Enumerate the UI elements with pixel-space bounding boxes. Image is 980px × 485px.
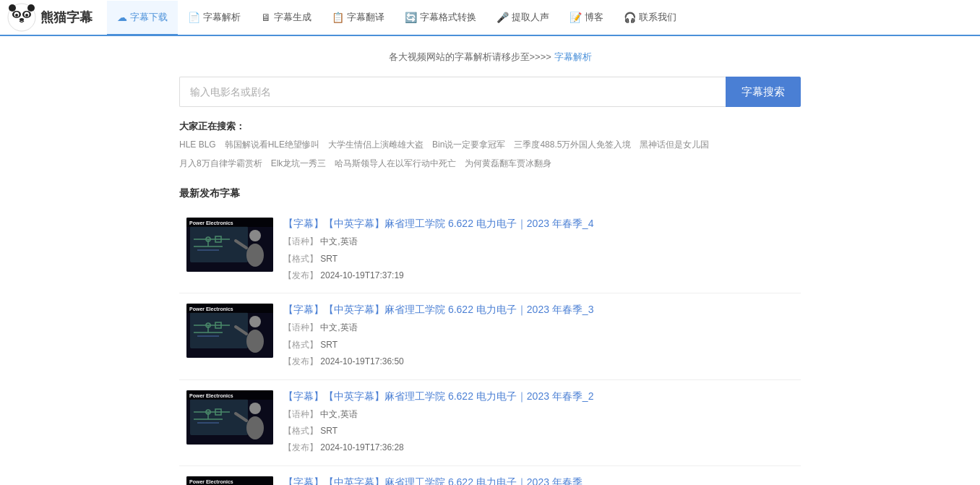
nav-item-blog[interactable]: 📝 博客 — [559, 1, 614, 35]
contact-icon: 🎧 — [624, 12, 636, 23]
svg-point-9 — [9, 4, 16, 12]
logo-icon — [7, 3, 36, 32]
date-row: 【发布】 2024-10-19T17:36:28 — [283, 440, 794, 455]
trending-tag[interactable]: 哈马斯领导人在以军行动中死亡 — [335, 156, 456, 172]
main-content: 各大视频网站的字幕解析请移步至>>>> 字幕解析 字幕搜索 大家正在搜索： HL… — [165, 36, 815, 485]
nav-label-contact: 联系我们 — [639, 11, 676, 24]
format-value: SRT — [320, 426, 338, 436]
subtitle-link[interactable]: 【字幕】【中英字幕】麻省理工学院 6.622 电力电子｜2023 年春季_3 — [283, 304, 593, 315]
nav: ☁ 字幕下载 📄 字幕解析 🖥 字幕生成 📋 字幕翻译 🔄 字幕格式转换 🎤 提… — [107, 0, 687, 35]
nav-label-generate: 字幕生成 — [274, 11, 311, 24]
list-item[interactable]: Power Electronics 【字幕】【中英字幕】麻省理工学院 6.622… — [179, 207, 801, 293]
subtitle-info: 【字幕】【中英字幕】麻省理工学院 6.622 电力电子｜2023 年春季 【语种… — [283, 476, 794, 485]
header: 熊猫字幕 ☁ 字幕下载 📄 字幕解析 🖥 字幕生成 📋 字幕翻译 🔄 字幕格式转… — [0, 0, 980, 36]
nav-label-convert: 字幕格式转换 — [420, 11, 476, 24]
subtitle-info: 【字幕】【中英字幕】麻省理工学院 6.622 电力电子｜2023 年春季_3 【… — [283, 304, 794, 369]
subtitle-title[interactable]: 【字幕】【中英字幕】麻省理工学院 6.622 电力电子｜2023 年春季_2 — [283, 390, 794, 403]
announcement: 各大视频网站的字幕解析请移步至>>>> 字幕解析 — [179, 51, 801, 64]
nav-label-blog: 博客 — [585, 11, 603, 24]
nav-item-generate[interactable]: 🖥 字幕生成 — [251, 1, 322, 35]
subtitle-list: Power Electronics 【字幕】【中英字幕】麻省理工学院 6.622… — [179, 207, 801, 485]
nav-item-analyze[interactable]: 📄 字幕解析 — [178, 1, 251, 35]
svg-point-7 — [25, 14, 28, 17]
logo[interactable]: 熊猫字幕 — [7, 3, 93, 32]
svg-point-20 — [246, 244, 264, 267]
trending-tag[interactable]: 黑神话但是女儿国 — [640, 137, 709, 153]
format-row: 【格式】 SRT — [283, 252, 794, 266]
language-row: 【语种】 中文,英语 — [283, 407, 794, 421]
trending-label: 大家正在搜索： — [179, 120, 801, 133]
svg-text:Power Electronics: Power Electronics — [189, 479, 233, 484]
generate-icon: 🖥 — [261, 12, 271, 23]
format-row: 【格式】 SRT — [283, 424, 794, 438]
trending-tag[interactable]: HLE BLG — [179, 137, 216, 153]
format-value: SRT — [320, 254, 338, 264]
language-value: 中文,英语 — [320, 236, 357, 246]
format-label: 【格式】 — [283, 340, 318, 350]
nav-item-contact[interactable]: 🎧 联系我们 — [614, 1, 687, 35]
format-value: SRT — [320, 340, 338, 350]
translate-icon: 📋 — [332, 12, 344, 23]
language-label: 【语种】 — [283, 409, 318, 419]
trending-tag[interactable]: 为何黄磊翻车贾冰翻身 — [465, 156, 551, 172]
download-icon: ☁ — [117, 12, 127, 23]
svg-point-8 — [20, 18, 24, 21]
date-label: 【发布】 — [283, 270, 318, 280]
nav-item-download[interactable]: ☁ 字幕下载 — [107, 1, 178, 35]
subtitle-title[interactable]: 【字幕】【中英字幕】麻省理工学院 6.622 电力电子｜2023 年春季 — [283, 476, 794, 485]
date-value: 2024-10-19T17:37:19 — [320, 270, 403, 280]
list-item[interactable]: Power Electronics 【字幕】【中英字幕】麻省理工学院 6.622… — [179, 293, 801, 379]
svg-text:Power Electronics: Power Electronics — [189, 393, 233, 398]
list-item[interactable]: Power Electronics 【字幕】【中英字幕】麻省理工学院 6.622… — [179, 466, 801, 485]
trending-tag[interactable]: 大学生情侣上演雌雄大盗 — [328, 137, 424, 153]
logo-text: 熊猫字幕 — [40, 9, 93, 26]
svg-point-10 — [27, 4, 35, 12]
search-button[interactable]: 字幕搜索 — [726, 77, 801, 107]
nav-item-translate[interactable]: 📋 字幕翻译 — [322, 1, 395, 35]
analyze-icon: 📄 — [188, 12, 200, 23]
language-value: 中文,英语 — [320, 409, 357, 419]
subtitle-link[interactable]: 【字幕】【中英字幕】麻省理工学院 6.622 电力电子｜2023 年春季_2 — [283, 390, 593, 402]
svg-point-46 — [246, 416, 264, 439]
trending-tag[interactable]: Bin说一定要拿冠军 — [432, 137, 505, 153]
trending-tag[interactable]: 月入8万自律学霸赏析 — [179, 156, 262, 172]
nav-item-convert[interactable]: 🔄 字幕格式转换 — [395, 1, 486, 35]
svg-point-32 — [249, 316, 261, 327]
blog-icon: 📝 — [569, 12, 582, 23]
language-row: 【语种】 中文,英语 — [283, 234, 794, 249]
thumbnail: Power Electronics — [186, 390, 273, 445]
subtitle-link[interactable]: 【字幕】【中英字幕】麻省理工学院 6.622 电力电子｜2023 年春季_4 — [283, 218, 593, 229]
subtitle-info: 【字幕】【中英字幕】麻省理工学院 6.622 电力电子｜2023 年春季_4 【… — [283, 218, 794, 283]
format-label: 【格式】 — [283, 426, 318, 436]
thumbnail: Power Electronics — [186, 476, 273, 485]
nav-item-voice[interactable]: 🎤 提取人声 — [486, 1, 559, 35]
date-label: 【发布】 — [283, 356, 318, 366]
trending-tag[interactable]: 韩国解说看HLE绝望惨叫 — [225, 137, 319, 153]
trending-tags: HLE BLG韩国解说看HLE绝望惨叫大学生情侣上演雌雄大盗Bin说一定要拿冠军… — [179, 137, 801, 171]
format-label: 【格式】 — [283, 254, 318, 264]
convert-icon: 🔄 — [405, 12, 417, 23]
search-input[interactable] — [179, 77, 726, 107]
svg-point-19 — [249, 230, 261, 241]
list-item[interactable]: Power Electronics 【字幕】【中英字幕】麻省理工学院 6.622… — [179, 380, 801, 466]
announcement-text: 各大视频网站的字幕解析请移步至>>>> — [389, 51, 551, 62]
subtitle-title[interactable]: 【字幕】【中英字幕】麻省理工学院 6.622 电力电子｜2023 年春季_4 — [283, 218, 794, 231]
trending-section: 大家正在搜索： HLE BLG韩国解说看HLE绝望惨叫大学生情侣上演雌雄大盗Bi… — [179, 120, 801, 171]
nav-label-download: 字幕下载 — [130, 11, 168, 24]
section-title: 最新发布字幕 — [179, 187, 801, 200]
svg-text:Power Electronics: Power Electronics — [189, 220, 233, 226]
subtitle-link[interactable]: 【字幕】【中英字幕】麻省理工学院 6.622 电力电子｜2023 年春季 — [283, 476, 583, 485]
svg-point-45 — [249, 403, 261, 414]
voice-icon: 🎤 — [497, 12, 509, 23]
date-value: 2024-10-19T17:36:28 — [320, 442, 403, 452]
announcement-link[interactable]: 字幕解析 — [554, 51, 592, 62]
nav-label-analyze: 字幕解析 — [203, 11, 241, 24]
trending-tag[interactable]: 三季度488.5万外国人免签入境 — [514, 137, 631, 153]
date-label: 【发布】 — [283, 442, 318, 452]
subtitle-title[interactable]: 【字幕】【中英字幕】麻省理工学院 6.622 电力电子｜2023 年春季_3 — [283, 304, 794, 317]
subtitle-info: 【字幕】【中英字幕】麻省理工学院 6.622 电力电子｜2023 年春季_2 【… — [283, 390, 794, 455]
date-value: 2024-10-19T17:36:50 — [320, 356, 403, 366]
format-row: 【格式】 SRT — [283, 338, 794, 352]
language-label: 【语种】 — [283, 322, 318, 332]
trending-tag[interactable]: Elk龙坑一秀三 — [271, 156, 327, 172]
